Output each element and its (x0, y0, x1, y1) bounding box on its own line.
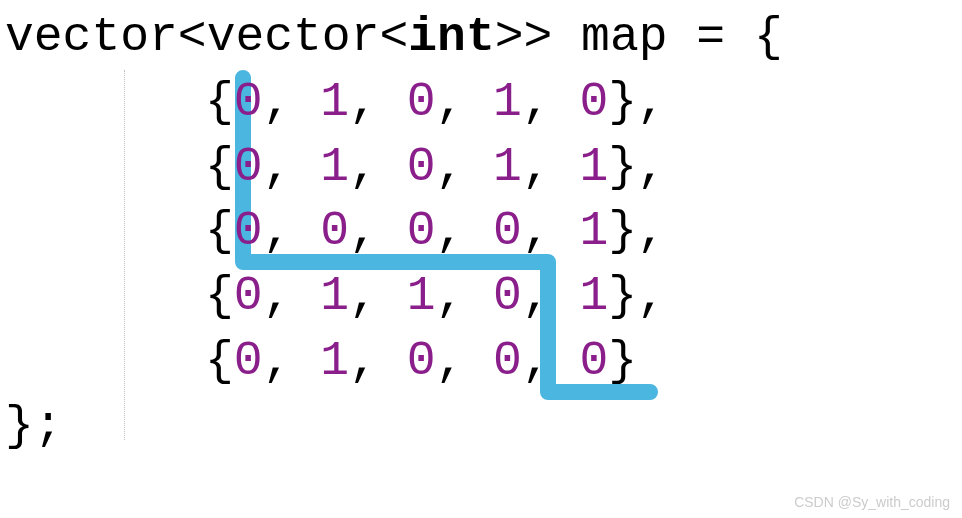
code-row-3: {0, 0, 0, 0, 1}, (5, 199, 962, 264)
decl-suffix: >> map = { (495, 10, 783, 64)
watermark-text: CSDN @Sy_with_coding (794, 493, 950, 512)
code-line-decl: vector<vector<int>> map = { (5, 5, 962, 70)
code-line-end: }; (5, 394, 962, 459)
code-row-5: {0, 1, 0, 0, 0} (5, 329, 962, 394)
code-text: vector<vector<int>> map = { {0, 1, 0, 1,… (5, 5, 962, 459)
type-keyword: int (408, 10, 494, 64)
code-row-2: {0, 1, 0, 1, 1}, (5, 135, 962, 200)
code-row-1: {0, 1, 0, 1, 0}, (5, 70, 962, 135)
code-block: vector<vector<int>> map = { {0, 1, 0, 1,… (0, 0, 962, 459)
decl-prefix: vector<vector< (5, 10, 408, 64)
code-row-4: {0, 1, 1, 0, 1}, (5, 264, 962, 329)
